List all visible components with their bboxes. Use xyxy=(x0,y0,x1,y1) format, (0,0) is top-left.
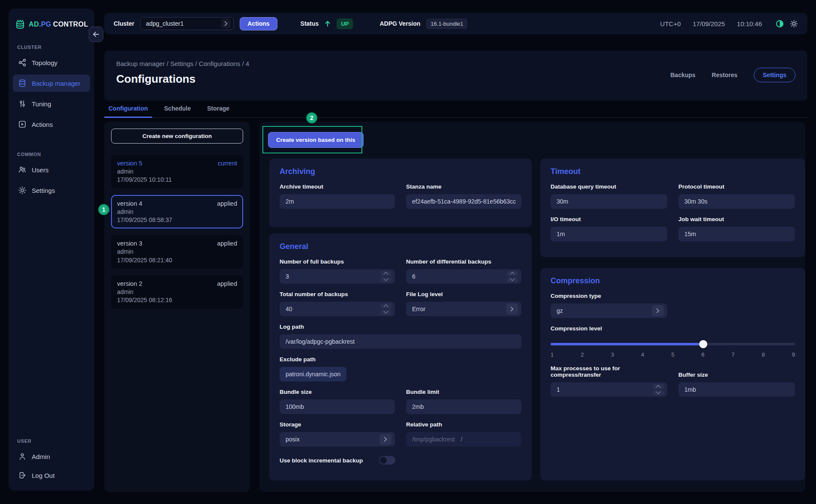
sidebar-item-backup-manager[interactable]: Backup manager xyxy=(13,75,90,92)
version-name: version 2 xyxy=(117,279,142,288)
number-stepper[interactable] xyxy=(507,271,518,282)
sidebar-item-admin[interactable]: Admin xyxy=(13,448,90,465)
slider-tick-labels: 123456789 xyxy=(551,351,795,358)
compression-level-slider[interactable] xyxy=(551,340,795,348)
full-backups-field: Number of full backups 3 xyxy=(280,251,395,284)
version-card-5[interactable]: version 5 current admin 17/09/2025 10:10… xyxy=(111,155,243,189)
stepper-down-icon[interactable] xyxy=(380,277,391,282)
stepper-up-icon[interactable] xyxy=(380,271,391,276)
stepper-down-icon[interactable] xyxy=(380,310,391,315)
person-icon xyxy=(18,452,27,461)
protocol-timeout-input[interactable]: 30m 30s xyxy=(678,194,795,209)
sun-icon[interactable] xyxy=(790,20,798,28)
stepper-down-icon[interactable] xyxy=(653,390,664,396)
backups-button[interactable]: Backups xyxy=(670,72,695,78)
chevron-right-icon xyxy=(652,305,664,316)
cluster-label: Cluster xyxy=(114,20,134,27)
number-stepper[interactable] xyxy=(653,384,664,396)
version-timestamp: 17/09/2025 08:21:40 xyxy=(117,256,237,264)
version-card-3[interactable]: version 3 applied admin 17/09/2025 08:21… xyxy=(111,235,243,269)
play-square-icon xyxy=(18,120,27,129)
exclude-path-chip[interactable]: patroni.dynamic.json xyxy=(280,367,346,381)
create-version-button[interactable]: Create version based on this xyxy=(268,132,364,148)
sidebar-item-actions[interactable]: Actions xyxy=(13,116,90,133)
log-path-field: Log path /var/log/adpgc-pgbackrest xyxy=(280,324,521,349)
file-log-level-select[interactable]: Error xyxy=(406,302,521,316)
sidebar: AD.PGCONTROL CLUSTER Topology Backup man… xyxy=(9,9,94,491)
log-path-input[interactable]: /var/log/adpgc-pgbackrest xyxy=(280,334,521,349)
compression-level-thumb[interactable] xyxy=(699,340,708,348)
io-timeout-field: I/O timeout 1m xyxy=(551,209,667,241)
timeout-section: Timeout Database query timeout 30m Proto… xyxy=(540,159,805,257)
max-processes-input[interactable]: 1 xyxy=(551,382,667,397)
field-value: 2m xyxy=(286,198,391,205)
sidebar-item-users[interactable]: Users xyxy=(13,161,90,178)
version-name: version 3 xyxy=(117,239,142,248)
sidebar-collapse-button[interactable] xyxy=(89,27,103,42)
create-new-configuration-button[interactable]: Create new configuration xyxy=(111,129,243,144)
stepper-down-icon[interactable] xyxy=(507,277,518,282)
buffer-size-input[interactable]: 1mb xyxy=(678,382,795,397)
total-backups-input[interactable]: 40 xyxy=(280,302,395,316)
sidebar-section-user: USER xyxy=(9,431,94,446)
version-card-4[interactable]: version 4 applied admin 17/09/2025 08:58… xyxy=(111,195,243,229)
diff-backups-input[interactable]: 6 xyxy=(406,269,521,284)
version-timestamp: 17/09/2025 08:58:37 xyxy=(117,216,237,224)
topology-icon xyxy=(18,58,27,67)
version-status: applied xyxy=(217,199,237,208)
section-title: General xyxy=(280,242,521,251)
field-label: Protocol timeout xyxy=(678,183,795,190)
version-author: admin xyxy=(117,288,237,296)
app-logo: AD.PGCONTROL xyxy=(9,9,94,37)
stanza-name-input[interactable]: ef24aefb-51ca-4989-92d5-81e56b63cc xyxy=(406,194,521,209)
contrast-icon[interactable] xyxy=(776,20,784,28)
bundle-limit-input[interactable]: 2mb xyxy=(406,399,521,414)
compression-type-select[interactable]: gz xyxy=(551,303,667,318)
relative-path-input[interactable]: /tmp/pgbackrest / xyxy=(406,432,521,447)
tab-configuration[interactable]: Configuration xyxy=(104,103,152,117)
tab-schedule[interactable]: Schedule xyxy=(160,103,195,117)
actions-button[interactable]: Actions xyxy=(240,17,277,30)
sidebar-item-topology[interactable]: Topology xyxy=(13,54,90,71)
sidebar-item-label: Actions xyxy=(32,121,53,128)
breadcrumb[interactable]: Backup manager / Settings / Configuratio… xyxy=(116,60,795,67)
field-value: 40 xyxy=(286,306,380,312)
sidebar-item-label: Users xyxy=(32,166,48,174)
sidebar-item-logout[interactable]: Log Out xyxy=(13,467,90,484)
version-author: admin xyxy=(117,248,237,256)
archiving-section: Archiving Archive timeout 2m Stanza name… xyxy=(269,159,532,227)
field-label: Total number of backups xyxy=(280,291,395,297)
job-wait-timeout-input[interactable]: 15m xyxy=(678,227,795,241)
total-backups-field: Total number of backups 40 xyxy=(280,284,395,316)
chevron-right-icon xyxy=(506,303,518,315)
bundle-size-field: Bundle size 100mb xyxy=(280,381,395,414)
stepper-up-icon[interactable] xyxy=(507,271,518,276)
sidebar-item-settings[interactable]: Settings xyxy=(13,182,90,199)
tab-storage[interactable]: Storage xyxy=(203,103,234,117)
sidebar-item-tuning[interactable]: Tuning xyxy=(13,95,90,112)
block-incremental-toggle[interactable] xyxy=(379,456,395,465)
field-value: 1mb xyxy=(684,386,792,393)
field-value: 30m 30s xyxy=(684,198,792,205)
cluster-select[interactable]: adpg_cluster1 xyxy=(140,17,234,30)
stepper-up-icon[interactable] xyxy=(380,303,391,309)
storage-select[interactable]: posix xyxy=(280,432,395,447)
full-backups-input[interactable]: 3 xyxy=(280,269,395,284)
field-value: gz xyxy=(557,307,652,314)
bundle-size-input[interactable]: 100mb xyxy=(280,399,395,414)
sidebar-item-label: Admin xyxy=(32,453,50,460)
number-stepper[interactable] xyxy=(380,303,391,315)
stepper-up-icon[interactable] xyxy=(653,384,664,389)
number-stepper[interactable] xyxy=(380,271,391,282)
io-timeout-input[interactable]: 1m xyxy=(551,227,667,241)
settings-button[interactable]: Settings xyxy=(754,68,795,82)
restores-button[interactable]: Restores xyxy=(712,72,738,78)
back-arrow-icon xyxy=(92,30,100,38)
db-query-timeout-input[interactable]: 30m xyxy=(551,194,667,209)
field-label: Compression type xyxy=(551,293,667,299)
version-card-2[interactable]: version 2 applied admin 17/09/2025 08:12… xyxy=(111,275,243,309)
buffer-size-field: Buffer size 1mb xyxy=(678,364,795,397)
protocol-timeout-field: Protocol timeout 30m 30s xyxy=(678,176,795,209)
archive-timeout-input[interactable]: 2m xyxy=(280,194,395,209)
sidebar-section-cluster: CLUSTER xyxy=(9,37,94,52)
